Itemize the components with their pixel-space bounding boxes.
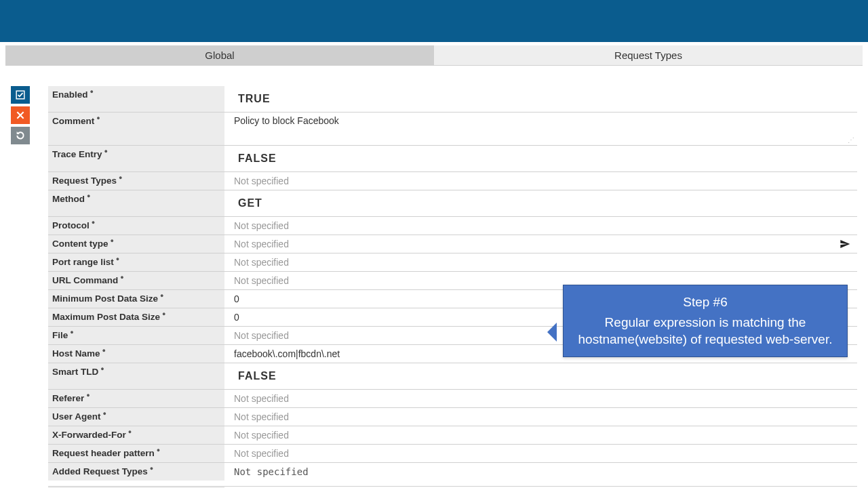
info-icon[interactable]: ●: [86, 392, 93, 399]
label-min-post: Minimum Post Data Size●: [48, 290, 224, 308]
info-icon[interactable]: ●: [103, 410, 110, 417]
info-icon[interactable]: ●: [150, 465, 157, 472]
callout-title: Step #6: [574, 293, 836, 311]
value-trace-entry[interactable]: FALSE: [224, 146, 857, 171]
info-icon[interactable]: ●: [119, 174, 125, 181]
label-xff: X-Forwarded-For●: [48, 426, 224, 444]
step-callout: Step #6 Regular expression is matching t…: [563, 285, 848, 357]
label-file: File●: [48, 327, 224, 344]
close-icon: [16, 110, 25, 120]
value-port-range-list[interactable]: Not specified: [224, 253, 857, 271]
label-user-agent: User Agent●: [48, 408, 224, 426]
info-icon[interactable]: ●: [120, 274, 127, 281]
confirm-button[interactable]: [11, 86, 30, 104]
value-method[interactable]: GET: [224, 190, 857, 216]
label-protocol: Protocol●: [48, 217, 224, 235]
value-protocol[interactable]: Not specified: [224, 217, 857, 235]
info-icon[interactable]: ●: [160, 292, 167, 299]
label-url-command: URL Command●: [48, 272, 224, 289]
value-referer[interactable]: Not specified: [224, 390, 857, 407]
info-icon[interactable]: ●: [111, 237, 117, 244]
info-icon[interactable]: ●: [157, 447, 163, 453]
label-enabled: Enabled●: [48, 86, 224, 112]
form-content: Enabled● TRUE Comment● Policy to block F…: [0, 66, 868, 488]
tabs-container: Global Request Types: [0, 42, 868, 66]
resize-grip-icon[interactable]: ⋰: [848, 136, 854, 144]
info-icon[interactable]: ●: [100, 365, 107, 372]
value-request-types[interactable]: Not specified: [224, 172, 857, 190]
label-referer: Referer●: [48, 390, 224, 407]
label-request-types: Request Types●: [48, 172, 224, 190]
value-comment[interactable]: Policy to block Facebook⋰: [224, 113, 857, 145]
label-content-type: Content type●: [48, 235, 224, 253]
top-header-bar: [0, 0, 868, 42]
value-enabled[interactable]: TRUE: [224, 86, 857, 112]
undo-icon: [15, 130, 26, 141]
info-icon[interactable]: ●: [92, 219, 98, 226]
label-max-post: Maximum Post Data Size●: [48, 308, 224, 326]
send-icon[interactable]: [840, 239, 850, 249]
revert-button[interactable]: [11, 127, 30, 144]
label-comment: Comment●: [48, 113, 224, 145]
label-trace-entry: Trace Entry●: [48, 146, 224, 171]
info-icon[interactable]: ●: [102, 347, 109, 354]
side-toolbar: [11, 86, 30, 144]
info-icon[interactable]: ●: [116, 256, 123, 262]
cancel-button[interactable]: [11, 106, 30, 124]
info-icon[interactable]: ●: [90, 88, 97, 95]
value-content-type[interactable]: Not specified: [224, 235, 857, 253]
info-icon[interactable]: ●: [128, 428, 135, 435]
info-icon[interactable]: ●: [87, 192, 94, 199]
value-added-req-types[interactable]: Not specified: [224, 463, 857, 481]
info-icon[interactable]: ●: [162, 310, 169, 317]
label-added-req-types: Added Request Types●: [48, 463, 224, 481]
label-req-header-pattern: Request header pattern●: [48, 445, 224, 462]
value-smart-tld[interactable]: FALSE: [224, 363, 857, 389]
label-smart-tld: Smart TLD●: [48, 363, 224, 389]
info-icon[interactable]: ●: [96, 115, 103, 121]
label-host-name: Host Name●: [48, 345, 224, 363]
tab-request-types[interactable]: Request Types: [434, 45, 863, 66]
callout-body: Regular expression is matching the hostn…: [574, 314, 836, 348]
tab-global[interactable]: Global: [5, 45, 434, 66]
value-xff[interactable]: Not specified: [224, 426, 857, 444]
value-req-header-pattern[interactable]: Not specified: [224, 445, 857, 462]
info-icon[interactable]: ●: [70, 329, 77, 336]
check-square-icon: [16, 90, 25, 100]
label-port-range-list: Port range list●: [48, 253, 224, 271]
label-method: Method●: [48, 190, 224, 216]
info-icon[interactable]: ●: [104, 148, 111, 155]
value-user-agent[interactable]: Not specified: [224, 408, 857, 426]
